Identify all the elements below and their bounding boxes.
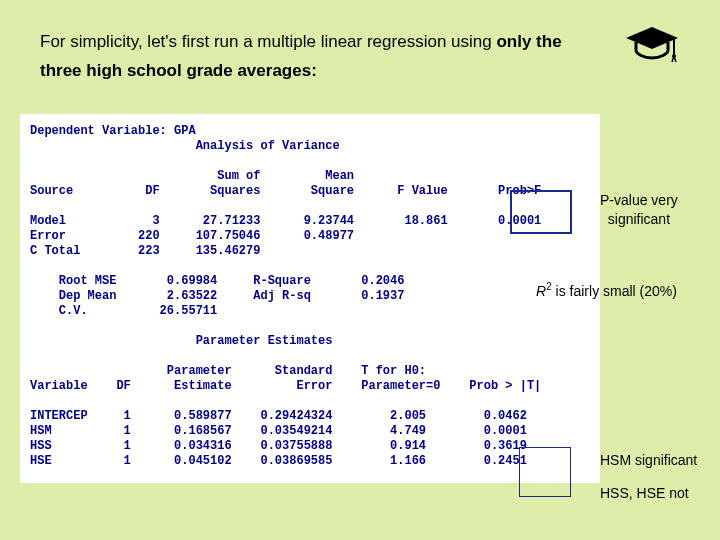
highlight-box-probf <box>510 190 572 234</box>
label-hss-hse: HSS, HSE not <box>600 484 689 503</box>
label-pvalue-l2: significant <box>608 211 670 227</box>
intro-text: For simplicity, let's first run a multip… <box>40 28 600 86</box>
label-pvalue-l1: P-value very <box>600 192 678 208</box>
label-r2: R2 is fairly small (20%) <box>536 280 677 301</box>
label-hsm: HSM significant <box>600 451 697 470</box>
svg-marker-0 <box>626 27 678 49</box>
graduation-cap-icon <box>624 24 680 64</box>
highlight-box-probt <box>519 447 571 497</box>
sas-output-text: Dependent Variable: GPA Analysis of Vari… <box>30 124 590 469</box>
label-pvalue: P-value very significant <box>600 191 678 229</box>
sas-output-panel: Dependent Variable: GPA Analysis of Vari… <box>20 114 600 483</box>
